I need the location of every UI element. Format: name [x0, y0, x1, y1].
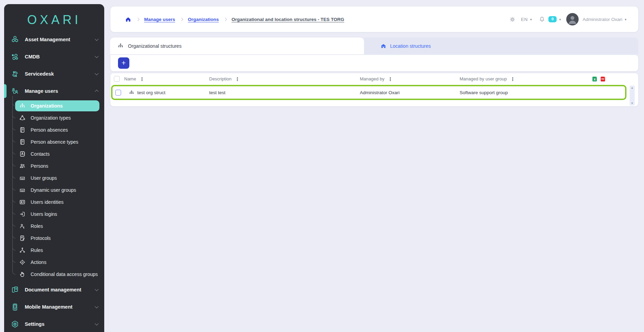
column-menu-icon[interactable]: ⋮: [235, 76, 240, 82]
sidebar-item-label: CMDB: [25, 54, 40, 59]
sidebar-item-users-identities[interactable]: Users identities: [15, 197, 99, 208]
breadcrumb-link-manage-users[interactable]: Manage users: [144, 17, 175, 22]
sidebar-item-label: Organizations: [31, 103, 63, 109]
sidebar-item-label: Servicedesk: [25, 71, 54, 77]
sidebar-item-roles[interactable]: Roles: [15, 221, 99, 232]
scroll-down-icon[interactable]: ▼: [631, 102, 634, 105]
column-menu-icon[interactable]: ⋮: [510, 76, 515, 82]
tab-label: Organizational structures: [128, 43, 182, 49]
sidebar-item-label: Rules: [31, 247, 43, 253]
cell-description: test test: [209, 90, 360, 95]
sidebar-item-label: Users logins: [31, 211, 57, 217]
sidebar-item-label: Persons: [31, 163, 48, 169]
sidebar-item-person-absences[interactable]: Person absences: [15, 124, 99, 135]
sidebar-item-label: Document management: [25, 287, 81, 292]
sidebar-item-organizations[interactable]: Organizations: [15, 100, 99, 111]
breadcrumb-separator-icon: [224, 18, 227, 21]
sidebar-item-conditional-data-access-groups[interactable]: Conditional data access groups: [15, 269, 99, 280]
table-scrollbar[interactable]: ▲ ▼: [630, 86, 635, 106]
protocol-icon: [19, 235, 25, 241]
sidebar-submenu: OrganizationsOrganization typesPerson ab…: [4, 100, 104, 281]
sidebar-item-rules[interactable]: Rules: [15, 245, 99, 256]
column-header-name: Name ⋮: [124, 76, 209, 82]
hand-icon: [19, 271, 25, 277]
sidebar-item-mobile-management[interactable]: Mobile Management: [4, 298, 104, 316]
row-checkbox[interactable]: [115, 90, 121, 96]
chevron-down-icon: [95, 322, 98, 325]
top-bar: Manage users Organizations Organizationa…: [110, 6, 638, 32]
mobile-icon: [11, 303, 19, 311]
sidebar-item-label: Mobile Management: [25, 304, 73, 310]
svg-text:X: X: [594, 77, 596, 81]
sidebar-item-servicedesk[interactable]: Servicedesk: [4, 65, 104, 82]
sidebar-item-actions[interactable]: Actions: [15, 257, 99, 268]
add-structure-button[interactable]: +: [118, 57, 129, 69]
persons-icon: [19, 163, 25, 169]
user-group-icon: [19, 187, 25, 193]
cell-managed-by: Administrator Oxari: [360, 90, 460, 95]
sidebar-item-users-logins[interactable]: Users logins: [15, 209, 99, 220]
sidebar-item-label: Actions: [31, 259, 46, 265]
org-network-icon: [19, 115, 25, 121]
table-row[interactable]: test org struct test test Administrator …: [111, 85, 626, 100]
gear-hex-icon: [11, 320, 19, 328]
target-icon: [19, 259, 25, 265]
cell-managed-by-user-group: Software support group: [460, 90, 625, 95]
notifications-bell-icon[interactable]: [539, 16, 545, 23]
home-icon[interactable]: [125, 16, 131, 23]
sidebar-item-user-groups[interactable]: User groups: [15, 173, 99, 184]
sidebar-item-document-management[interactable]: Document management: [4, 281, 104, 298]
user-avatar[interactable]: [566, 13, 579, 25]
sidebar-item-person-absence-types[interactable]: Person absence types: [15, 136, 99, 147]
settings-gear-icon[interactable]: [509, 16, 516, 23]
column-header-description: Description ⋮: [209, 76, 360, 82]
notifications-caret-icon[interactable]: ▾: [559, 18, 561, 21]
sidebar-item-asset-management[interactable]: Asset Management: [4, 31, 104, 48]
sidebar-item-settings[interactable]: Settings: [4, 316, 104, 332]
sidebar-nav: Asset ManagementCMDBServicedeskManage us…: [4, 31, 104, 332]
sitemap-icon: [118, 43, 124, 49]
sidebar-item-manage-users[interactable]: Manage users: [4, 82, 104, 100]
sidebar: OXARI Asset ManagementCMDBServicedeskMan…: [4, 4, 104, 332]
scroll-up-icon[interactable]: ▲: [631, 86, 634, 89]
excel-export-icon[interactable]: X: [592, 76, 598, 82]
table-header-row: Name ⋮ Description ⋮ Managed by ⋮ Manage…: [110, 73, 638, 85]
chevron-down-icon: [95, 71, 98, 75]
language-selector[interactable]: EN: [521, 17, 528, 22]
user-menu[interactable]: Administrator Oxari: [582, 17, 622, 22]
select-all-checkbox[interactable]: [114, 76, 120, 82]
breadcrumb-current-page: Organizational and location structures -…: [232, 17, 344, 22]
sidebar-item-contacts[interactable]: Contacts: [15, 148, 99, 159]
sidebar-item-cmdb[interactable]: CMDB: [4, 48, 104, 65]
hexagons-icon: [11, 36, 19, 44]
rules-icon: [19, 247, 25, 253]
sidebar-item-label: Dynamic user groups: [31, 187, 76, 193]
sidebar-item-dynamic-user-groups[interactable]: Dynamic user groups: [15, 185, 99, 196]
structure-tabs: Organizational structures Location struc…: [110, 37, 638, 54]
chevron-down-icon: [95, 287, 98, 291]
language-caret-icon[interactable]: ▾: [530, 18, 532, 21]
pdf-export-icon[interactable]: PDF: [600, 76, 606, 82]
tab-location-structures[interactable]: Location structures: [364, 37, 638, 54]
breadcrumb-link-organizations[interactable]: Organizations: [188, 17, 219, 22]
column-menu-icon[interactable]: ⋮: [140, 76, 144, 82]
sidebar-item-label: Asset Management: [25, 37, 70, 42]
sidebar-item-organization-types[interactable]: Organization types: [15, 112, 99, 123]
sidebar-item-persons[interactable]: Persons: [15, 161, 99, 171]
user-menu-caret-icon[interactable]: ▾: [625, 18, 626, 21]
servicedesk-icon: [11, 70, 19, 78]
nodes-icon: [11, 53, 19, 61]
sidebar-item-label: Contacts: [31, 151, 50, 157]
login-icon: [19, 211, 25, 217]
chevron-down-icon: [95, 37, 98, 41]
svg-text:PDF: PDF: [601, 78, 604, 80]
journal-icon: [19, 127, 25, 133]
chevron-up-icon: [95, 90, 98, 93]
sidebar-item-protocols[interactable]: Protocols: [15, 233, 99, 244]
sidebar-item-label: Roles: [31, 223, 43, 229]
tab-organizational-structures[interactable]: Organizational structures: [110, 37, 364, 54]
sidebar-item-label: Users identities: [31, 199, 64, 205]
export-buttons: X PDF: [592, 76, 606, 82]
column-menu-icon[interactable]: ⋮: [388, 76, 393, 82]
app-logo: OXARI: [4, 9, 104, 31]
